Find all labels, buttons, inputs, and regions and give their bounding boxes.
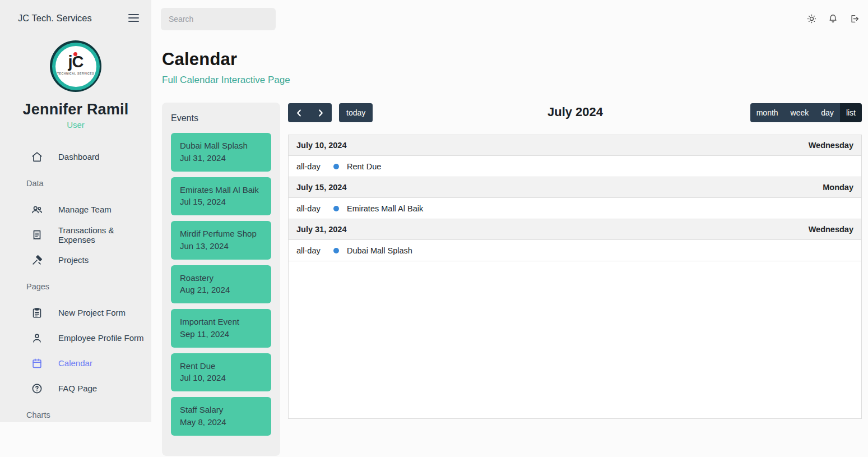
event-card-emirates-mall-al-baik[interactable]: Emirates Mall Al BaikJul 15, 2024 — [171, 177, 271, 216]
search-bar — [161, 8, 276, 30]
sidebar-item-faq-page[interactable]: FAQ Page — [0, 376, 151, 401]
view-day-button[interactable]: day — [815, 103, 840, 122]
sidebar-section-charts: Charts — [0, 401, 151, 428]
sidebar-item-label: Dashboard — [58, 152, 99, 161]
event-card-date: Jul 15, 2024 — [180, 196, 262, 208]
sidebar-item-label: Employee Profile Form — [58, 333, 144, 343]
list-day-date: July 31, 2024 — [296, 225, 347, 234]
list-day-date: July 10, 2024 — [296, 141, 347, 150]
event-card-important-event[interactable]: Important EventSep 11, 2024 — [171, 309, 271, 348]
next-button[interactable] — [310, 103, 332, 122]
event-card-date: Jul 10, 2024 — [180, 372, 262, 384]
events-list: Dubai Mall SplashJul 31, 2024Emirates Ma… — [162, 133, 280, 436]
view-week-button[interactable]: week — [785, 103, 815, 122]
help-icon — [31, 382, 43, 395]
tools-icon — [31, 254, 43, 266]
list-event-row[interactable]: all-dayEmirates Mall Al Baik — [289, 198, 861, 219]
sidebar-section-pages: Pages — [0, 273, 151, 300]
today-button[interactable]: today — [339, 103, 373, 122]
view-month-button[interactable]: month — [750, 103, 785, 122]
menu-icon[interactable] — [127, 10, 140, 26]
sidebar-section-data: Data — [0, 169, 151, 197]
sidebar: JC Tech. Services jC TECHNICAL SERVICES … — [0, 0, 151, 422]
sidebar-item-dashboard[interactable]: Dashboard — [0, 144, 151, 169]
sidebar-item-calendar[interactable]: Calendar — [0, 350, 151, 376]
event-card-title: Emirates Mall Al Baik — [180, 184, 262, 196]
sidebar-item-new-project-form[interactable]: New Project Form — [0, 300, 151, 325]
sidebar-item-manage-team[interactable]: Manage Team — [0, 197, 151, 222]
list-event-row[interactable]: all-dayDubai Mall Splash — [289, 240, 861, 261]
person-icon — [31, 332, 43, 344]
list-day-date: July 15, 2024 — [296, 183, 347, 192]
people-icon — [31, 204, 43, 216]
list-event-time: all-day — [296, 204, 333, 213]
list-event-title: Dubai Mall Splash — [347, 246, 412, 255]
view-list-button[interactable]: list — [840, 103, 862, 122]
event-card-title: Staff Salary — [180, 404, 262, 416]
event-card-date: Aug 21, 2024 — [180, 284, 262, 296]
list-day-header: July 10, 2024Wednesday — [289, 135, 861, 156]
user-role: User — [0, 120, 151, 130]
event-card-dubai-mall-splash[interactable]: Dubai Mall SplashJul 31, 2024 — [171, 133, 271, 172]
brand-name: JC Tech. Services — [18, 13, 92, 24]
home-icon — [31, 151, 43, 163]
receipt-icon — [31, 229, 43, 241]
sidebar-item-label: FAQ Page — [58, 384, 97, 393]
sidebar-nav: DashboardDataManage TeamTransactions & E… — [0, 144, 151, 428]
events-panel: Events Dubai Mall SplashJul 31, 2024Emir… — [162, 103, 280, 456]
event-card-title: Roastery — [180, 272, 262, 284]
logo-monogram: jC — [55, 54, 96, 70]
sidebar-item-label: New Project Form — [58, 308, 126, 317]
event-card-title: Rent Due — [180, 360, 262, 372]
list-event-row[interactable]: all-dayRent Due — [289, 156, 861, 177]
sidebar-item-label: Transactions & Expenses — [58, 225, 151, 244]
avatar: jC TECHNICAL SERVICES — [50, 40, 101, 92]
event-card-roastery[interactable]: RoasteryAug 21, 2024 — [171, 265, 271, 304]
sidebar-item-employee-profile-form[interactable]: Employee Profile Form — [0, 325, 151, 350]
event-card-date: Jul 31, 2024 — [180, 152, 262, 164]
logo-subtext: TECHNICAL SERVICES — [55, 72, 96, 75]
event-card-date: Sep 11, 2024 — [180, 328, 262, 340]
page-title: Calendar — [162, 49, 237, 70]
logo-dot — [73, 52, 77, 56]
event-card-title: Important Event — [180, 316, 262, 328]
calendar-nav-group — [288, 103, 332, 122]
event-card-rent-due[interactable]: Rent DueJul 10, 2024 — [171, 353, 271, 392]
page-subtitle: Full Calendar Interactive Page — [162, 75, 290, 86]
list-day-header: July 15, 2024Monday — [289, 177, 861, 198]
event-card-date: May 8, 2024 — [180, 416, 262, 428]
event-card-date: Jun 13, 2024 — [180, 240, 262, 252]
sidebar-header: JC Tech. Services — [0, 0, 151, 26]
event-dot-icon — [333, 206, 339, 211]
search-input[interactable] — [161, 15, 275, 24]
calendar-icon — [31, 357, 43, 370]
sidebar-item-label: Manage Team — [58, 205, 112, 214]
list-event-time: all-day — [296, 162, 333, 171]
calendar: today July 2024 monthweekdaylist July 10… — [288, 103, 862, 419]
calendar-list-view: July 10, 2024Wednesdayall-dayRent DueJul… — [288, 135, 862, 419]
list-day-weekday: Wednesday — [809, 141, 853, 150]
event-card-staff-salary[interactable]: Staff SalaryMay 8, 2024 — [171, 397, 271, 436]
event-card-title: Mirdif Perfume Shop — [180, 228, 262, 240]
list-day-weekday: Monday — [823, 183, 853, 192]
list-day-weekday: Wednesday — [809, 225, 853, 234]
list-event-time: all-day — [296, 246, 333, 255]
sidebar-item-projects[interactable]: Projects — [0, 247, 151, 273]
notifications-bell-icon[interactable] — [828, 13, 838, 24]
prev-button[interactable] — [288, 103, 310, 122]
theme-toggle-icon[interactable] — [806, 13, 817, 24]
sidebar-item-label: Projects — [58, 255, 89, 265]
logout-icon[interactable] — [849, 13, 860, 24]
event-dot-icon — [333, 164, 339, 169]
topbar-icons — [806, 13, 860, 24]
event-card-mirdif-perfume-shop[interactable]: Mirdif Perfume ShopJun 13, 2024 — [171, 221, 271, 260]
user-name: Jennifer Ramil — [0, 101, 151, 118]
sidebar-item-label: Calendar — [58, 358, 92, 368]
calendar-toolbar: today July 2024 monthweekdaylist — [288, 103, 862, 122]
list-event-title: Emirates Mall Al Baik — [347, 204, 423, 213]
sidebar-item-transactions-expenses[interactable]: Transactions & Expenses — [0, 222, 151, 247]
event-dot-icon — [333, 248, 339, 253]
event-card-title: Dubai Mall Splash — [180, 140, 262, 152]
list-day-header: July 31, 2024Wednesday — [289, 219, 861, 240]
clipboard-icon — [31, 307, 43, 319]
